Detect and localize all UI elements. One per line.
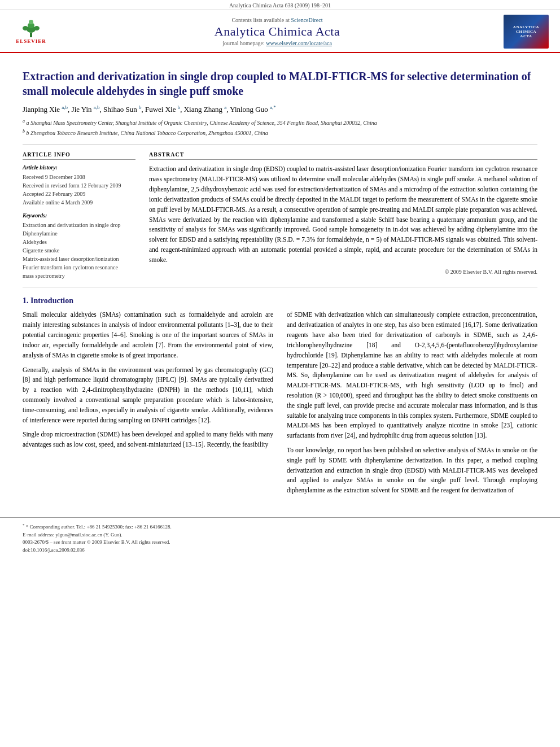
citation-line: Analytica Chimica Acta 638 (2009) 198–20… [0, 0, 560, 10]
elsevier-logo-area: ELSEVIER [11, 18, 51, 46]
intro-p1: Small molecular aldehydes (SMAs) contami… [23, 310, 273, 360]
journal-logo-text: ANALYTICACHIMICAACTA [513, 25, 539, 38]
journal-title-display: Analytica Chimica Acta [51, 24, 504, 39]
footer-doi: doi:10.1016/j.aca.2009.02.036 [23, 547, 537, 554]
introduction-section: 1. Introduction Small molecular aldehyde… [23, 296, 537, 500]
elsevier-label: ELSEVIER [16, 38, 46, 44]
sciencedirect-line: Contents lists available at ScienceDirec… [51, 17, 504, 23]
keyword-1: Diphenylamine [23, 229, 135, 238]
intro-heading: 1. Introduction [23, 296, 537, 305]
affiliation-a: a a Shanghai Mass Spectrometry Center, S… [23, 118, 537, 127]
svg-point-3 [29, 20, 33, 24]
article-info-col: ARTICLE INFO Article history: Received 9… [23, 151, 135, 280]
intro-p4: of SDME with derivatization which can si… [287, 310, 537, 441]
footer-email: E-mail address: ylguo@mail.sioc.ac.cn (Y… [23, 531, 537, 539]
sciencedirect-link[interactable]: ScienceDirect [291, 17, 322, 23]
page-footer: * * Corresponding author. Tel.: +86 21 5… [0, 517, 560, 558]
homepage-link[interactable]: www.elsevier.com/locate/aca [266, 40, 332, 46]
elsevier-logo: ELSEVIER [11, 18, 51, 46]
svg-rect-0 [30, 33, 32, 37]
journal-homepage: journal homepage: www.elsevier.com/locat… [51, 40, 504, 46]
intro-p3: Single drop microextraction (SDME) has b… [23, 430, 273, 450]
article-title: Extraction and derivatization in single … [23, 69, 537, 98]
keywords-section: Keywords: Extraction and derivatization … [23, 212, 135, 280]
keyword-4: Matrix-assisted laser desorption/ionizat… [23, 255, 135, 263]
intro-columns: Small molecular aldehydes (SMAs) contami… [23, 310, 537, 500]
keywords-label: Keywords: [23, 212, 135, 219]
history-item-2: Accepted 22 February 2009 [23, 190, 135, 198]
abstract-text: Extraction and derivatization in single … [149, 164, 537, 265]
intro-p2: Generally, analysis of SMAs in the envir… [23, 365, 273, 426]
journal-header: ELSEVIER Contents lists available at Sci… [0, 10, 560, 53]
history-item-3: Available online 4 March 2009 [23, 198, 135, 207]
divider-1 [23, 144, 537, 145]
intro-p5: To our knowledge, no report has been pub… [287, 445, 537, 496]
abstract-col: ABSTRACT Extraction and derivatization i… [149, 151, 537, 280]
history-label: Article history: [23, 164, 135, 171]
affiliation-b: b b Zhengzhou Tobacco Research Institute… [23, 128, 537, 137]
divider-2 [23, 287, 537, 287]
article-content: Extraction and derivatization in single … [0, 53, 560, 512]
journal-logo-box: ANALYTICACHIMICAACTA [504, 15, 549, 49]
keyword-0: Extraction and derivatization in single … [23, 221, 135, 229]
svg-point-5 [34, 26, 40, 30]
footer-corresponding: * * Corresponding author. Tel.: +86 21 5… [23, 522, 537, 531]
intro-col2: of SDME with derivatization which can si… [287, 310, 537, 500]
elsevier-tree-icon [20, 19, 42, 37]
info-abstract-columns: ARTICLE INFO Article history: Received 9… [23, 151, 537, 280]
history-item-0: Received 9 December 2008 [23, 173, 135, 181]
keyword-5: Fourier transform ion cyclotron resonanc… [23, 263, 135, 272]
citation-text: Analytica Chimica Acta 638 (2009) 198–20… [229, 2, 331, 8]
keyword-6: mass spectrometry [23, 272, 135, 280]
keyword-3: Cigarette smoke [23, 246, 135, 255]
abstract-heading: ABSTRACT [149, 151, 537, 160]
authors-line: Jianping Xie a,b, Jie Yin a,b, Shihao Su… [23, 104, 537, 115]
keyword-2: Aldehydes [23, 238, 135, 246]
svg-point-4 [23, 26, 28, 30]
footer-issn: 0003-2670/$ – see front matter © 2009 El… [23, 539, 537, 547]
page: Analytica Chimica Acta 638 (2009) 198–20… [0, 0, 560, 747]
copyright-line: © 2009 Elsevier B.V. All rights reserved… [149, 269, 537, 275]
article-info-heading: ARTICLE INFO [23, 151, 135, 160]
history-item-1: Received in revised form 12 February 200… [23, 181, 135, 190]
intro-col1: Small molecular aldehydes (SMAs) contami… [23, 310, 273, 500]
journal-header-center: Contents lists available at ScienceDirec… [51, 17, 504, 46]
